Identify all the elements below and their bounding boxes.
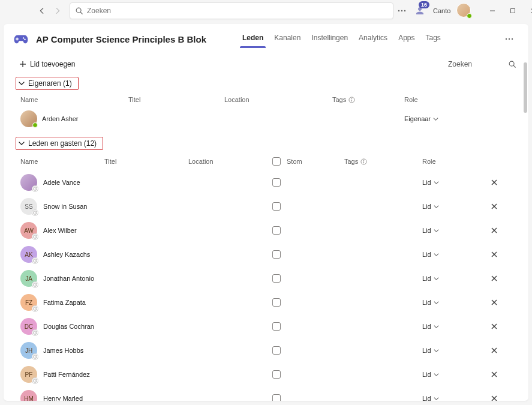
member-name-cell[interactable]: SSSnow in Susan: [20, 198, 104, 215]
svg-rect-10: [16, 38, 19, 40]
remove-cell: [482, 176, 506, 188]
activity-button[interactable]: 16: [413, 4, 427, 18]
tab-tags[interactable]: Tags: [425, 30, 440, 48]
tab-instellingen[interactable]: Instellingen: [311, 30, 348, 48]
more-menu[interactable]: [397, 6, 407, 16]
mute-checkbox[interactable]: [272, 274, 281, 283]
mute-checkbox[interactable]: [272, 346, 281, 355]
mute-cell: [272, 346, 344, 355]
role-select[interactable]: Lid: [422, 275, 482, 282]
global-search-input[interactable]: [87, 7, 388, 15]
mute-checkbox[interactable]: [272, 250, 281, 259]
mute-checkbox[interactable]: [272, 226, 281, 235]
member-name-cell[interactable]: FZFatima Zapata: [20, 294, 104, 311]
remove-member-button[interactable]: [488, 272, 500, 284]
search-members[interactable]: Zoeken: [448, 60, 516, 68]
member-row: JAJonathan AntonioLid: [16, 266, 516, 290]
owner-role[interactable]: Eigenaar: [404, 115, 476, 122]
clock-icon: [32, 257, 38, 264]
col-role: Role: [422, 158, 482, 165]
tabs: Leden Kanalen Instellingen Analytics App…: [242, 30, 441, 48]
remove-member-button[interactable]: [488, 296, 500, 308]
close-window-button[interactable]: [525, 4, 532, 18]
mute-checkbox[interactable]: [272, 394, 281, 401]
scrollbar-thumb[interactable]: [524, 62, 527, 113]
col-name: Name: [20, 158, 104, 165]
activity-count: 16: [419, 1, 429, 8]
tab-apps[interactable]: Apps: [398, 30, 414, 48]
svg-line-19: [513, 65, 515, 67]
clock-icon: [32, 209, 38, 216]
mute-checkbox[interactable]: [272, 202, 281, 211]
remove-member-button[interactable]: [488, 248, 500, 260]
tab-leden[interactable]: Leden: [242, 30, 263, 48]
chevron-down-icon: [434, 228, 439, 233]
avatar: HM: [20, 390, 37, 401]
clock-icon: [32, 281, 38, 288]
member-name: Jonathan Antonio: [43, 275, 94, 282]
nav-back-button[interactable]: [35, 4, 49, 18]
mute-cell: [272, 274, 344, 283]
remove-member-button[interactable]: [488, 392, 500, 401]
avatar: FZ: [20, 294, 37, 311]
member-name-cell[interactable]: AWAlex Wilber: [20, 222, 104, 239]
remove-member-button[interactable]: [488, 320, 500, 332]
owner-name-cell[interactable]: Arden Asher: [20, 110, 128, 127]
clock-icon: [32, 185, 38, 192]
avatar: [20, 110, 37, 127]
mute-checkbox[interactable]: [272, 322, 281, 331]
tab-analytics[interactable]: Analytics: [359, 30, 387, 48]
member-name-cell[interactable]: PFPatti Fernández: [20, 366, 104, 383]
col-location: Location: [188, 158, 272, 165]
add-member-button[interactable]: Lid toevoegen: [16, 58, 79, 71]
mute-checkbox[interactable]: [272, 178, 281, 187]
col-stom: Stom: [272, 157, 344, 166]
chevron-down-icon: [434, 348, 439, 353]
clock-icon: [32, 233, 38, 240]
svg-point-14: [509, 38, 510, 40]
mute-all-checkbox[interactable]: [272, 157, 281, 166]
remove-cell: [482, 320, 506, 332]
remove-member-button[interactable]: [488, 224, 500, 236]
role-select[interactable]: Lid: [422, 203, 482, 210]
member-name-cell[interactable]: JHJames Hobbs: [20, 342, 104, 359]
remove-cell: [482, 224, 506, 236]
role-select[interactable]: Lid: [422, 323, 482, 330]
member-name-cell[interactable]: AKAshley Kazachs: [20, 246, 104, 263]
role-select[interactable]: Lid: [422, 179, 482, 186]
role-select[interactable]: Lid: [422, 371, 482, 378]
role-select[interactable]: Lid: [422, 299, 482, 306]
role-select[interactable]: Lid: [422, 347, 482, 354]
remove-member-button[interactable]: [488, 344, 500, 356]
member-row: FZFatima ZapataLid: [16, 290, 516, 314]
mute-checkbox[interactable]: [272, 298, 281, 307]
avatar: JA: [20, 270, 37, 287]
team-more-button[interactable]: [500, 32, 519, 46]
col-titel: Titel: [104, 158, 188, 165]
role-select[interactable]: Lid: [422, 251, 482, 258]
mute-cell: [272, 370, 344, 379]
section-owners-toggle[interactable]: Eigenaren (1): [16, 77, 79, 90]
maximize-button[interactable]: [504, 4, 521, 18]
avatar: [20, 174, 37, 191]
remove-member-button[interactable]: [488, 200, 500, 212]
role-select[interactable]: Lid: [422, 227, 482, 234]
member-name-cell[interactable]: DCDouglas Cochran: [20, 318, 104, 335]
chevron-down-icon: [434, 300, 439, 305]
window-controls: [484, 4, 532, 18]
global-search[interactable]: [70, 2, 393, 19]
member-name-cell[interactable]: HMHenry Marled: [20, 390, 104, 401]
search-icon: [508, 60, 516, 68]
nav-forward-button[interactable]: [50, 4, 65, 18]
role-select[interactable]: Lid: [422, 395, 482, 401]
minimize-button[interactable]: [484, 4, 501, 18]
mute-cell: [272, 178, 344, 187]
member-name-cell[interactable]: JAJonathan Antonio: [20, 270, 104, 287]
remove-member-button[interactable]: [488, 176, 500, 188]
profile-avatar[interactable]: [456, 3, 472, 19]
remove-member-button[interactable]: [488, 368, 500, 380]
section-members-toggle[interactable]: Leden en gasten (12): [16, 137, 103, 150]
member-name-cell[interactable]: Adele Vance: [20, 174, 104, 191]
mute-checkbox[interactable]: [272, 370, 281, 379]
tab-kanalen[interactable]: Kanalen: [274, 30, 300, 48]
